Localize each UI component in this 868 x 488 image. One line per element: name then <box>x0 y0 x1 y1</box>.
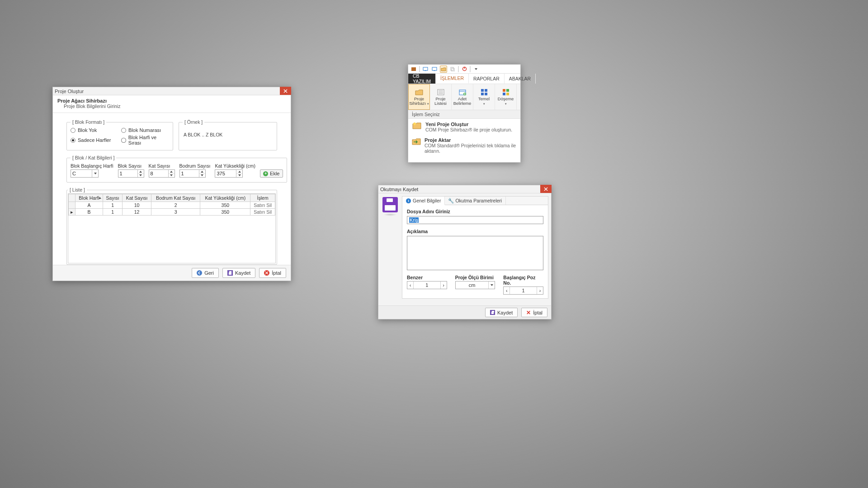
radio-blok-numarasi[interactable]: Blok Numarası <box>121 127 169 133</box>
cell-blok-harfi: B <box>75 209 103 216</box>
radio-sadece-harfler[interactable]: Sadece Harfler <box>71 135 118 145</box>
svg-point-24 <box>413 122 416 125</box>
spin-up-icon[interactable]: › <box>537 287 543 294</box>
cell-kat-sayisi: 12 <box>123 209 151 216</box>
tab-okutma-parametreleri[interactable]: 🔧 Okutma Parametreleri <box>445 197 506 205</box>
grid-color-icon <box>501 88 510 96</box>
spin-down-icon[interactable] <box>199 174 205 178</box>
save-icon <box>227 270 233 276</box>
spin-down-icon[interactable] <box>169 174 175 178</box>
geri-button[interactable]: Geri <box>192 268 219 278</box>
radio-blok-yok[interactable]: Blok Yok <box>71 127 118 133</box>
iptal-button[interactable]: İptal <box>259 268 286 278</box>
delete-row-link[interactable]: Satırı Sil <box>250 209 275 216</box>
table-row[interactable]: A 1 10 2 350 Satırı Sil <box>69 202 275 209</box>
ribbon-adet-belirleme[interactable]: AdetBelirleme <box>452 84 473 110</box>
iptal-button[interactable]: ✕ İptal <box>521 308 547 317</box>
col-sayisi[interactable]: Sayısı <box>103 194 123 202</box>
spinner-value: 1 <box>181 171 184 176</box>
grid-blue-icon <box>480 88 489 96</box>
col-islem[interactable]: İşlem <box>250 194 275 202</box>
ekle-button[interactable]: + Ekle <box>260 169 283 178</box>
panel-tabs: i Genel Bilgiler 🔧 Okutma Parametreleri <box>402 197 548 205</box>
save-icon <box>490 310 495 315</box>
spin-up-icon[interactable] <box>169 170 175 174</box>
input-value-selected: Kriş <box>409 217 419 223</box>
spin-up-icon[interactable] <box>138 170 144 174</box>
menu-title: Proje Aktar <box>425 137 517 143</box>
menu-desc: COM Standard® Projelerinizi tek tıklama … <box>425 143 517 154</box>
col-kat-sayisi[interactable]: Kat Sayısı <box>123 194 151 202</box>
info-icon: i <box>406 198 411 203</box>
group-legend: [ Blok / Kat Bilgileri ] <box>71 155 116 160</box>
wizard-title: Proje Ağacı Sihirbazı <box>57 98 286 103</box>
delete-row-link[interactable]: Satırı Sil <box>250 202 275 209</box>
radio-blok-harfi-sirasi[interactable]: Blok Harfi ve Sırası <box>121 135 169 145</box>
combo-value: cm <box>456 282 489 289</box>
kaydet-button[interactable]: Kaydet <box>485 308 518 317</box>
textarea-aciklama[interactable] <box>407 236 543 270</box>
combo-blok-baslangic-harfi[interactable]: C <box>71 169 99 178</box>
ribbon-temel[interactable]: Temel▾ <box>473 84 495 110</box>
menu-yeni-proje-olustur[interactable]: Yeni Proje Oluştur COM Proje Sihirbazı® … <box>408 119 520 135</box>
spinner-baslangic-poz[interactable]: ‹ 1 › <box>503 286 543 295</box>
svg-rect-18 <box>481 93 484 95</box>
col-blok-harfi[interactable]: Blok Harfi <box>75 194 103 202</box>
qat-folder-icon[interactable] <box>440 66 447 73</box>
tab-raporlar[interactable]: RAPORLAR <box>469 74 505 84</box>
qat-power-icon[interactable] <box>461 66 468 73</box>
menu-proje-aktar[interactable]: Proje Aktar COM Standard® Projelerinizi … <box>408 135 520 156</box>
cell-bodrum: 3 <box>151 209 200 216</box>
col-bodrum-kat-sayisi[interactable]: Bodrum Kat Sayısı <box>151 194 200 202</box>
label-blok-sayisi: Blok Sayısı <box>118 163 144 169</box>
spinner-kat-yuksekligi[interactable]: 375 <box>215 169 243 178</box>
titlebar[interactable]: Proje Oluştur <box>53 87 291 95</box>
spin-up-icon[interactable] <box>236 170 242 174</box>
titlebar[interactable]: Okutmayı Kaydet <box>378 185 551 193</box>
qat-copy-icon[interactable] <box>449 66 456 73</box>
spinner-kat-sayisi[interactable]: 8 <box>149 169 175 178</box>
table-row[interactable]: ▸ B 1 12 3 350 Satırı Sil <box>69 209 275 216</box>
spin-down-icon[interactable] <box>236 174 242 178</box>
group-legend: [ Liste ] <box>68 187 87 192</box>
close-button[interactable] <box>280 87 291 95</box>
folder-new-icon <box>412 122 422 133</box>
menu-desc: COM Proje Sihirbazı® ile proje oluşturun… <box>425 127 512 133</box>
spinner-blok-sayisi[interactable]: 1 <box>118 169 144 178</box>
button-label: Kaydet <box>235 270 250 276</box>
kaydet-button[interactable]: Kaydet <box>222 268 255 278</box>
tab-cb-yazilim[interactable]: CB YAZILIM <box>408 74 436 84</box>
radio-icon <box>71 128 75 133</box>
tab-genel-bilgiler[interactable]: i Genel Bilgiler <box>402 197 445 205</box>
qat-screen1-icon[interactable] <box>422 66 429 73</box>
spinner-benzer[interactable]: ‹ 1 › <box>407 281 447 289</box>
cell-yukseklik: 350 <box>200 209 250 216</box>
table-header-row: Blok Harfi Sayısı Kat Sayısı Bodrum Kat … <box>69 194 275 202</box>
qat-customize-dropdown[interactable] <box>472 66 480 73</box>
spin-down-icon[interactable] <box>138 174 144 178</box>
svg-rect-4 <box>434 70 435 71</box>
ribbon-proje-sihirbazi[interactable]: ProjeSihirbazı ▾ <box>408 84 430 110</box>
input-dosya-adi[interactable]: Kriş <box>407 216 543 224</box>
label-dosya-adi: Dosya Adını Giriniz <box>407 209 543 214</box>
tab-islemler[interactable]: İŞLEMLER <box>436 74 469 84</box>
combo-olcu-birimi[interactable]: cm <box>455 281 495 289</box>
spinner-bodrum-sayisi[interactable]: 1 <box>179 169 206 178</box>
ribbon-body: ProjeSihirbazı ▾ ProjeListesi AdetBelirl… <box>408 84 520 110</box>
spin-down-icon[interactable]: ‹ <box>504 287 510 294</box>
group-ornek: [ Örnek ] A BLOK .. Z BLOK <box>179 119 277 150</box>
qat-app-icon[interactable] <box>410 66 417 73</box>
col-kat-yuksekligi[interactable]: Kat Yüksekliği (cm) <box>200 194 250 202</box>
tab-abaklar[interactable]: ABAKLAR <box>505 74 536 84</box>
spinner-value: 1 <box>510 287 537 294</box>
spin-up-icon[interactable] <box>199 170 205 174</box>
ribbon-doseme[interactable]: Döşeme▾ <box>495 84 517 110</box>
close-button[interactable] <box>540 185 552 193</box>
grid-liste[interactable]: Blok Harfi Sayısı Kat Sayısı Bodrum Kat … <box>68 193 276 263</box>
label-kat-sayisi: Kat Sayısı <box>149 163 175 169</box>
spin-up-icon[interactable]: › <box>440 282 447 289</box>
spacer <box>260 163 283 169</box>
ribbon-proje-listesi[interactable]: ProjeListesi <box>430 84 452 110</box>
spin-down-icon[interactable]: ‹ <box>407 282 414 289</box>
qat-screen2-icon[interactable] <box>431 66 438 73</box>
